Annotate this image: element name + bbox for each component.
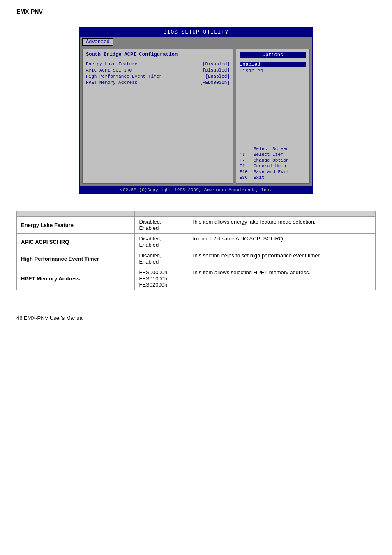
table-row: High Performance Event Timer Disabled,En… (17, 250, 376, 267)
reference-table: Energy Lake Feature Disabled,Enabled Thi… (16, 211, 376, 290)
bios-footer: v02.68 (C)Copyright 1985-2009, American … (80, 186, 312, 194)
table-cell-label: High Performance Event Timer (17, 250, 135, 267)
bios-right-panel: Options EnabledDisabled ← Select Screen … (236, 49, 310, 184)
bios-options: EnabledDisabled (240, 62, 306, 75)
bios-menu-bar: Advanced (80, 37, 312, 46)
table-header-3 (187, 211, 375, 217)
table-body: Energy Lake Feature Disabled,Enabled Thi… (17, 217, 376, 290)
bios-item-label: High Performance Event Timer (86, 74, 162, 79)
bios-help-key: ← (240, 146, 251, 151)
page-footer: 46 EMX-PNV User's Manual (16, 315, 376, 321)
bios-body: South Bridge ACPI Configuration Energy L… (80, 46, 312, 186)
bios-item-value: [Disabled] (203, 62, 230, 67)
bios-item: Energy Lake Feature [Disabled] (86, 62, 230, 67)
table-cell-description: This item allows selecting HPET memory a… (187, 267, 375, 290)
bios-help-key: +- (240, 158, 251, 163)
table-header-1 (17, 211, 135, 217)
table-cell-options: Disabled,Enabled (135, 217, 187, 234)
bios-options-title: Options (240, 52, 306, 58)
table-row: APIC ACPI SCI IRQ Disabled,Enabled To en… (17, 234, 376, 250)
bios-item-value: [FED00000h] (200, 80, 230, 85)
table-cell-options: Disabled,Enabled (135, 250, 187, 267)
bios-option-item[interactable]: Disabled (240, 68, 306, 74)
bios-help-desc: Select Item (254, 152, 284, 157)
bios-option-item[interactable]: Enabled (240, 62, 306, 67)
bios-left-panel: South Bridge ACPI Configuration Energy L… (82, 49, 233, 184)
bios-item: APIC ACPI SCI IRQ [Disabled] (86, 68, 230, 73)
table-cell-label: HPET Memory Address (17, 267, 135, 290)
bios-help-section: ← Select Screen ↑↓ Select Item +- Change… (240, 142, 306, 181)
bios-item-value: [Disabled] (203, 68, 230, 73)
bios-help-key: F10 (240, 169, 251, 174)
bios-screen: BIOS SETUP UTILITY Advanced South Bridge… (79, 27, 313, 194)
bios-item: HPET Memory Address [FED00000h] (86, 80, 230, 85)
bios-help-desc: Exit (254, 175, 264, 180)
bios-help-desc: Select Screen (254, 146, 289, 151)
bios-help-keys: ← Select Screen ↑↓ Select Item +- Change… (240, 146, 306, 180)
bios-section-title: South Bridge ACPI Configuration (86, 52, 230, 58)
table-cell-label: Energy Lake Feature (17, 217, 135, 234)
table-cell-options: FES00000h,FES01000h,FES02000h (135, 267, 187, 290)
bios-help-key: ↑↓ (240, 152, 251, 157)
bios-item-value: [Enabled] (205, 74, 230, 79)
bios-items: Energy Lake Feature [Disabled] APIC ACPI… (86, 62, 230, 85)
bios-help-key: ESC (240, 175, 251, 180)
bios-help-item: ESC Exit (240, 175, 306, 180)
bios-help-item: ← Select Screen (240, 146, 306, 151)
table-cell-description: This section helps to set high performan… (187, 250, 375, 267)
bios-item: High Performance Event Timer [Enabled] (86, 74, 230, 79)
table-cell-description: This item allows energy lake feature mod… (187, 217, 375, 234)
table-row: HPET Memory Address FES00000h,FES01000h,… (17, 267, 376, 290)
table-header-2 (135, 211, 187, 217)
page-header: EMX-PNV (16, 8, 376, 15)
bios-help-item: F10 Save and Exit (240, 169, 306, 174)
bios-menu-tab-advanced[interactable]: Advanced (82, 38, 113, 46)
table-row: Energy Lake Feature Disabled,Enabled Thi… (17, 217, 376, 234)
bios-item-label: Energy Lake Feature (86, 62, 137, 67)
bios-help-key: F1 (240, 164, 251, 169)
bios-help-desc: Save and Exit (254, 169, 289, 174)
bios-title: BIOS SETUP UTILITY (80, 28, 312, 37)
bios-item-label: APIC ACPI SCI IRQ (86, 68, 132, 73)
table-cell-description: To enable/ disable APIC ACPI SCI IRQ. (187, 234, 375, 250)
bios-help-desc: General Help (254, 164, 286, 169)
bios-help-item: +- Change Option (240, 158, 306, 163)
bios-item-label: HPET Memory Address (86, 80, 137, 85)
bios-help-desc: Change Option (254, 158, 289, 163)
table-cell-options: Disabled,Enabled (135, 234, 187, 250)
bios-help-item: F1 General Help (240, 164, 306, 169)
bios-help-item: ↑↓ Select Item (240, 152, 306, 157)
table-cell-label: APIC ACPI SCI IRQ (17, 234, 135, 250)
